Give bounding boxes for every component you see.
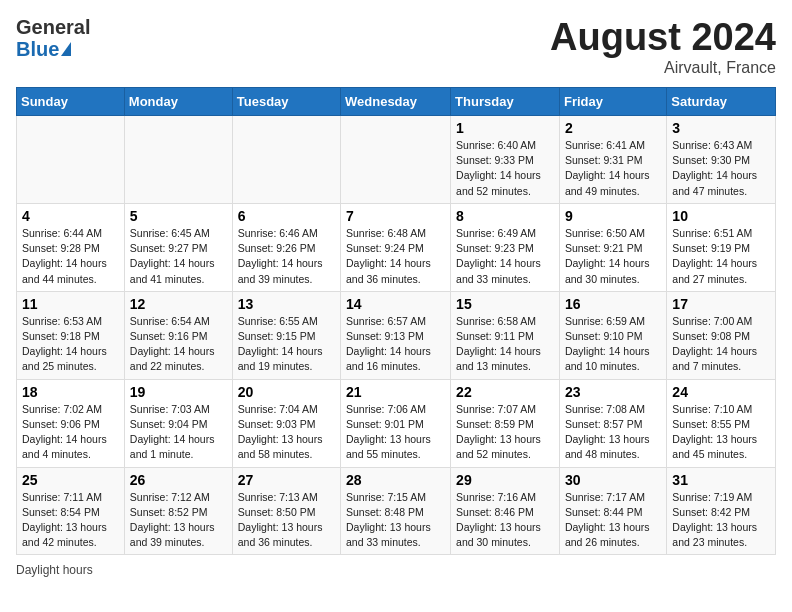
day-info: Sunrise: 6:57 AM Sunset: 9:13 PM Dayligh…	[346, 314, 445, 375]
title-block: August 2024 Airvault, France	[550, 16, 776, 77]
day-number: 3	[672, 120, 770, 136]
calendar-cell: 13Sunrise: 6:55 AM Sunset: 9:15 PM Dayli…	[232, 291, 340, 379]
calendar-cell: 29Sunrise: 7:16 AM Sunset: 8:46 PM Dayli…	[451, 467, 560, 555]
calendar-cell: 15Sunrise: 6:58 AM Sunset: 9:11 PM Dayli…	[451, 291, 560, 379]
day-number: 29	[456, 472, 554, 488]
day-info: Sunrise: 6:45 AM Sunset: 9:27 PM Dayligh…	[130, 226, 227, 287]
day-info: Sunrise: 7:07 AM Sunset: 8:59 PM Dayligh…	[456, 402, 554, 463]
calendar-cell	[17, 116, 125, 204]
day-number: 13	[238, 296, 335, 312]
day-info: Sunrise: 7:08 AM Sunset: 8:57 PM Dayligh…	[565, 402, 661, 463]
calendar-cell: 6Sunrise: 6:46 AM Sunset: 9:26 PM Daylig…	[232, 203, 340, 291]
calendar-week-4: 18Sunrise: 7:02 AM Sunset: 9:06 PM Dayli…	[17, 379, 776, 467]
day-info: Sunrise: 6:50 AM Sunset: 9:21 PM Dayligh…	[565, 226, 661, 287]
calendar-table: SundayMondayTuesdayWednesdayThursdayFrid…	[16, 87, 776, 555]
day-info: Sunrise: 6:41 AM Sunset: 9:31 PM Dayligh…	[565, 138, 661, 199]
day-number: 14	[346, 296, 445, 312]
day-info: Sunrise: 7:02 AM Sunset: 9:06 PM Dayligh…	[22, 402, 119, 463]
day-number: 11	[22, 296, 119, 312]
logo-blue: Blue	[16, 38, 90, 60]
day-number: 2	[565, 120, 661, 136]
day-info: Sunrise: 6:55 AM Sunset: 9:15 PM Dayligh…	[238, 314, 335, 375]
legend: Daylight hours	[16, 563, 776, 577]
page-header: General Blue August 2024 Airvault, Franc…	[16, 16, 776, 77]
day-number: 25	[22, 472, 119, 488]
day-info: Sunrise: 7:11 AM Sunset: 8:54 PM Dayligh…	[22, 490, 119, 551]
day-info: Sunrise: 7:00 AM Sunset: 9:08 PM Dayligh…	[672, 314, 770, 375]
calendar-week-3: 11Sunrise: 6:53 AM Sunset: 9:18 PM Dayli…	[17, 291, 776, 379]
calendar-cell	[232, 116, 340, 204]
day-number: 20	[238, 384, 335, 400]
day-info: Sunrise: 7:17 AM Sunset: 8:44 PM Dayligh…	[565, 490, 661, 551]
day-number: 8	[456, 208, 554, 224]
day-number: 31	[672, 472, 770, 488]
day-info: Sunrise: 6:53 AM Sunset: 9:18 PM Dayligh…	[22, 314, 119, 375]
day-number: 4	[22, 208, 119, 224]
month-year-title: August 2024	[550, 16, 776, 59]
day-number: 30	[565, 472, 661, 488]
calendar-cell: 28Sunrise: 7:15 AM Sunset: 8:48 PM Dayli…	[341, 467, 451, 555]
day-number: 28	[346, 472, 445, 488]
column-header-sunday: Sunday	[17, 88, 125, 116]
calendar-cell: 14Sunrise: 6:57 AM Sunset: 9:13 PM Dayli…	[341, 291, 451, 379]
calendar-cell: 26Sunrise: 7:12 AM Sunset: 8:52 PM Dayli…	[124, 467, 232, 555]
calendar-week-5: 25Sunrise: 7:11 AM Sunset: 8:54 PM Dayli…	[17, 467, 776, 555]
calendar-cell: 31Sunrise: 7:19 AM Sunset: 8:42 PM Dayli…	[667, 467, 776, 555]
calendar-cell: 21Sunrise: 7:06 AM Sunset: 9:01 PM Dayli…	[341, 379, 451, 467]
calendar-cell: 20Sunrise: 7:04 AM Sunset: 9:03 PM Dayli…	[232, 379, 340, 467]
day-info: Sunrise: 6:43 AM Sunset: 9:30 PM Dayligh…	[672, 138, 770, 199]
day-number: 6	[238, 208, 335, 224]
day-info: Sunrise: 6:40 AM Sunset: 9:33 PM Dayligh…	[456, 138, 554, 199]
day-info: Sunrise: 6:44 AM Sunset: 9:28 PM Dayligh…	[22, 226, 119, 287]
day-info: Sunrise: 6:54 AM Sunset: 9:16 PM Dayligh…	[130, 314, 227, 375]
calendar-cell: 12Sunrise: 6:54 AM Sunset: 9:16 PM Dayli…	[124, 291, 232, 379]
logo: General Blue	[16, 16, 90, 60]
day-info: Sunrise: 6:51 AM Sunset: 9:19 PM Dayligh…	[672, 226, 770, 287]
calendar-cell: 11Sunrise: 6:53 AM Sunset: 9:18 PM Dayli…	[17, 291, 125, 379]
column-header-thursday: Thursday	[451, 88, 560, 116]
day-number: 22	[456, 384, 554, 400]
day-number: 17	[672, 296, 770, 312]
day-number: 26	[130, 472, 227, 488]
calendar-cell: 1Sunrise: 6:40 AM Sunset: 9:33 PM Daylig…	[451, 116, 560, 204]
calendar-cell: 23Sunrise: 7:08 AM Sunset: 8:57 PM Dayli…	[559, 379, 666, 467]
calendar-header-row: SundayMondayTuesdayWednesdayThursdayFrid…	[17, 88, 776, 116]
calendar-cell: 17Sunrise: 7:00 AM Sunset: 9:08 PM Dayli…	[667, 291, 776, 379]
calendar-cell: 22Sunrise: 7:07 AM Sunset: 8:59 PM Dayli…	[451, 379, 560, 467]
day-info: Sunrise: 7:06 AM Sunset: 9:01 PM Dayligh…	[346, 402, 445, 463]
calendar-cell: 8Sunrise: 6:49 AM Sunset: 9:23 PM Daylig…	[451, 203, 560, 291]
day-info: Sunrise: 6:46 AM Sunset: 9:26 PM Dayligh…	[238, 226, 335, 287]
day-info: Sunrise: 6:48 AM Sunset: 9:24 PM Dayligh…	[346, 226, 445, 287]
day-number: 27	[238, 472, 335, 488]
calendar-cell: 24Sunrise: 7:10 AM Sunset: 8:55 PM Dayli…	[667, 379, 776, 467]
calendar-cell: 10Sunrise: 6:51 AM Sunset: 9:19 PM Dayli…	[667, 203, 776, 291]
day-number: 1	[456, 120, 554, 136]
logo-general: General	[16, 16, 90, 38]
calendar-cell: 9Sunrise: 6:50 AM Sunset: 9:21 PM Daylig…	[559, 203, 666, 291]
day-info: Sunrise: 7:13 AM Sunset: 8:50 PM Dayligh…	[238, 490, 335, 551]
day-info: Sunrise: 6:59 AM Sunset: 9:10 PM Dayligh…	[565, 314, 661, 375]
day-number: 7	[346, 208, 445, 224]
column-header-wednesday: Wednesday	[341, 88, 451, 116]
day-number: 15	[456, 296, 554, 312]
calendar-cell: 3Sunrise: 6:43 AM Sunset: 9:30 PM Daylig…	[667, 116, 776, 204]
day-info: Sunrise: 7:16 AM Sunset: 8:46 PM Dayligh…	[456, 490, 554, 551]
column-header-friday: Friday	[559, 88, 666, 116]
day-number: 5	[130, 208, 227, 224]
day-number: 23	[565, 384, 661, 400]
calendar-cell	[124, 116, 232, 204]
day-info: Sunrise: 7:12 AM Sunset: 8:52 PM Dayligh…	[130, 490, 227, 551]
day-number: 12	[130, 296, 227, 312]
column-header-saturday: Saturday	[667, 88, 776, 116]
calendar-cell: 25Sunrise: 7:11 AM Sunset: 8:54 PM Dayli…	[17, 467, 125, 555]
calendar-cell: 7Sunrise: 6:48 AM Sunset: 9:24 PM Daylig…	[341, 203, 451, 291]
calendar-cell: 18Sunrise: 7:02 AM Sunset: 9:06 PM Dayli…	[17, 379, 125, 467]
day-number: 16	[565, 296, 661, 312]
calendar-cell: 19Sunrise: 7:03 AM Sunset: 9:04 PM Dayli…	[124, 379, 232, 467]
day-number: 19	[130, 384, 227, 400]
column-header-tuesday: Tuesday	[232, 88, 340, 116]
calendar-week-2: 4Sunrise: 6:44 AM Sunset: 9:28 PM Daylig…	[17, 203, 776, 291]
calendar-cell: 27Sunrise: 7:13 AM Sunset: 8:50 PM Dayli…	[232, 467, 340, 555]
day-info: Sunrise: 7:19 AM Sunset: 8:42 PM Dayligh…	[672, 490, 770, 551]
day-number: 9	[565, 208, 661, 224]
